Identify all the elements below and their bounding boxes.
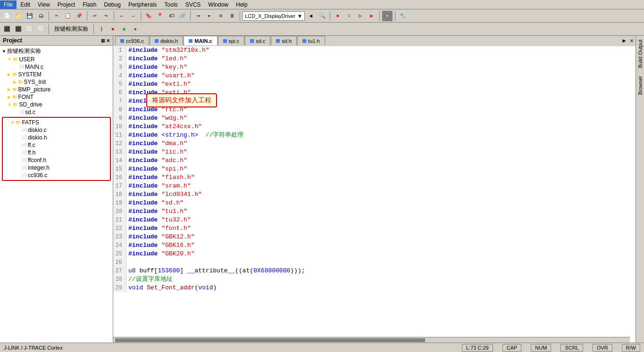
line-7: 7 #include "timer.h" [113,97,636,106]
tb2-btn4[interactable]: ⬜ [36,24,46,34]
line-9: 9 #include "wdg.h" [113,114,636,123]
tb2-btn7[interactable]: ✦ [130,24,141,34]
tab-mainc[interactable]: MAIN.c [184,36,217,45]
code-content: 1 #include "stm32f10x.h" 2 #include "led… [113,46,636,292]
save-all-button[interactable]: 🗂 [36,11,46,21]
nav-fwd-button[interactable]: → [128,11,138,21]
menu-svcs[interactable]: SVCS [182,0,205,9]
sidebar-tab-build-output[interactable]: Build Output [636,36,644,72]
tb2-btn6[interactable]: ◆ [119,24,129,34]
outdent-button[interactable]: ⇤ [204,11,215,21]
tree-ffconf-h[interactable]: 📄 ffconf.h [4,156,109,164]
tree-integer-h[interactable]: 📄 integer.h [4,164,109,172]
tb2-btn5[interactable]: ● [108,24,118,34]
tree-sd-c[interactable]: 📄 sd.c [1,108,112,116]
line-27: 27 u8 buff[153600] __attribute__((at(0X6… [113,267,636,275]
sep7 [330,11,330,21]
sd-c-icon: 📄 [19,110,24,115]
redo-button[interactable]: ↪ [101,11,111,21]
circle-button[interactable]: ○ [344,11,354,21]
tab-sdc[interactable]: sd.c [245,36,270,45]
tab-diskioh[interactable]: diskio.h [150,36,183,45]
tree-diskio-h[interactable]: 📄 diskio.h [4,134,109,141]
cut-button[interactable]: ✂ [51,11,62,21]
tb2-btn1[interactable]: ⬛ [2,24,12,34]
line-12: 12 #include "dma.h" [113,139,636,148]
open-file-button[interactable]: 📁 [13,11,24,21]
tree-cc936-c[interactable]: 📄 cc936.c [4,172,109,179]
menu-debug[interactable]: Debug [100,0,125,9]
tab-scroll-right[interactable]: ▶ [620,36,628,45]
settings-btn[interactable]: ▪ [382,11,393,21]
run-button[interactable]: ▷ [355,11,366,21]
tree-user[interactable]: ▼ 📁 USER [1,56,112,63]
line-3: 3 #include "key.h" [113,63,636,72]
tree-font[interactable]: ▶ 📁 FONT [1,93,112,101]
hscroll-thumb[interactable] [115,338,425,342]
bookmark2-button[interactable]: 📍 [155,11,165,21]
menu-tools[interactable]: Tools [161,0,182,9]
undo-button[interactable]: ↩ [90,11,100,21]
format-button[interactable]: ≡ [216,11,226,21]
tree-ff-c[interactable]: 📄 ff.c [4,141,109,149]
tree-bmp[interactable]: ▶ 📁 BMP_picture [1,86,112,93]
tree-main-c[interactable]: 📄 MAIN.c [1,63,112,71]
tb2-arrow[interactable]: ⟩ [96,24,107,34]
bookmark3-button[interactable]: 🏷 [166,11,176,21]
nav-back-button[interactable]: ← [117,11,127,21]
tree-system[interactable]: ▶ 📁 SYSTEM [1,71,112,78]
hscrollbar[interactable] [113,337,630,343]
status-rw: R/W [622,344,640,352]
menu-help[interactable]: Help [232,0,251,9]
tree-user-label: USER [19,56,34,63]
sep1 [49,11,49,21]
menu-file[interactable]: File [0,0,17,9]
sidebar-tab-browser[interactable]: Browser [636,72,644,98]
format2-button[interactable]: ≣ [227,11,237,21]
tab-cc936c[interactable]: cc936.c [115,36,149,45]
menu-flash[interactable]: Flash [79,0,100,9]
tree-font-label: FONT [18,94,34,100]
tree-fatfs[interactable]: ▼ 📁 FATFS [4,119,109,126]
menu-view[interactable]: View [34,0,54,9]
menu-edit[interactable]: Edit [17,0,34,9]
menu-peripherals[interactable]: Peripherals [125,0,161,9]
tb2-btn3[interactable]: ⬜ [25,24,35,34]
tab-tu1h[interactable]: tu1.h [297,36,325,45]
paste-button[interactable]: 📌 [74,11,84,21]
project-controls[interactable]: ⊠ ✕ [101,38,110,43]
tab-close-all[interactable]: ✕ [628,36,636,45]
tab-spic[interactable]: spi.c [218,36,245,45]
menu-project[interactable]: Project [54,0,79,9]
tree-cc936-c-label: cc936.c [28,172,47,179]
driver-dropdown[interactable]: LCD_X_DisplayDriver ▼ [243,11,305,21]
stop-button[interactable]: ● [333,11,343,21]
menu-window[interactable]: Window [204,0,232,9]
right-sidebar: Build Output Browser [636,36,644,343]
driver-btn1[interactable]: ◀ [306,11,316,21]
debug-run-button[interactable]: ▶ [367,11,377,21]
bookmark-button[interactable]: 🔖 [143,11,154,21]
tree-ff-h[interactable]: 📄 ff.h [4,149,109,156]
save-button[interactable]: 💾 [25,11,35,21]
tree-root[interactable]: ▼ 按键检测实验 [1,47,112,56]
bookmark4-button[interactable]: 🔗 [177,11,188,21]
tools-btn[interactable]: 🔧 [398,11,408,21]
tree-sys-init[interactable]: ▶ 📁 SYS_Init [1,78,112,86]
line-5: 5 #include "exti.h" [113,80,636,89]
line-23: 23 #include "GBK12.h" [113,233,636,241]
sys-init-icon: ▶ 📁 [13,80,23,84]
code-editor[interactable]: 将源码文件加入工程 1 #include "stm32f10x.h" 2 #in… [113,46,636,343]
tree-diskio-c-label: diskio.c [28,127,47,133]
line-19: 19 #include "sd.h" [113,199,636,207]
line-4: 4 #include "usart.h" [113,72,636,80]
new-file-button[interactable]: 📄 [2,11,12,21]
copy-button[interactable]: 📋 [63,11,73,21]
tree-diskio-c[interactable]: 📄 diskio.c [4,126,109,134]
indent-button[interactable]: ⇥ [193,11,203,21]
tree-sd-drive[interactable]: ▼ 📁 SD_drive [1,101,112,108]
tb2-btn2[interactable]: ⬛ [13,24,24,34]
driver-btn2[interactable]: 🔍 [317,11,327,21]
tab-sdh[interactable]: sd.h [271,36,297,45]
tab-diskioh-label: diskio.h [160,38,178,44]
